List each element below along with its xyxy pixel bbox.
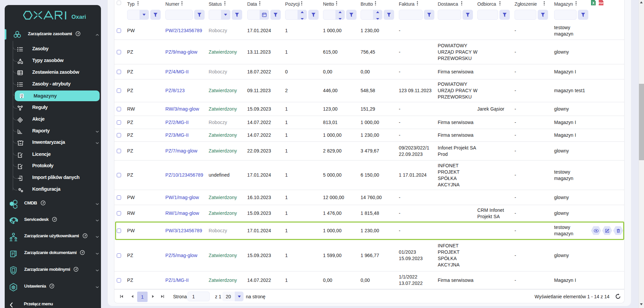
svg-text:PDF: PDF	[599, 2, 604, 4]
svg-text:X: X	[592, 1, 595, 5]
